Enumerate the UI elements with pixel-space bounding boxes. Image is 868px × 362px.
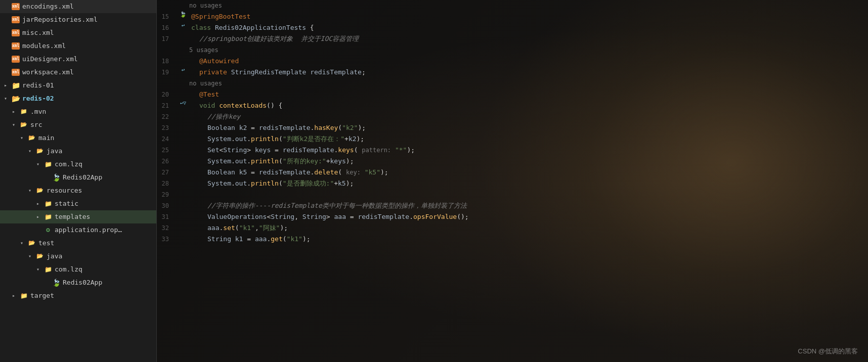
file-label: misc.xml <box>22 27 54 38</box>
folder-icon: 📂 <box>35 253 45 260</box>
five-usages-hint: 5 usages <box>157 44 868 56</box>
file-workspace[interactable]: xml workspace.xml <box>0 66 156 79</box>
line-number: 25 <box>157 145 177 156</box>
line-number: 19 <box>157 67 177 78</box>
code-line-33: 33 String k1 = aaa.get("k1"); <box>157 234 868 245</box>
file-redis02app[interactable]: 🍃 Redis02App <box>0 171 156 184</box>
folder-label: com.lzq <box>55 159 82 170</box>
arrow-static <box>36 198 44 209</box>
folder-icon: 📂 <box>35 148 45 155</box>
editor-scroll-area[interactable]: no usages 15 🍃 @SpringBootTest 16 ↩ clas… <box>157 0 868 362</box>
folder-redis-02[interactable]: 📂 redis-02 <box>0 92 156 105</box>
folder-icon: 📂 <box>27 240 36 247</box>
folder-java[interactable]: 📂 java <box>0 145 156 158</box>
folder-src[interactable]: 📂 src <box>0 118 156 131</box>
folder-label: java <box>47 146 62 157</box>
no-usages-hint: no usages <box>157 0 868 11</box>
folder-icon: 📁 <box>11 82 20 89</box>
file-misc[interactable]: xml misc.xml <box>0 26 156 39</box>
folder-target[interactable]: 📁 target <box>0 289 156 302</box>
file-ui-designer[interactable]: xml uiDesigner.xml <box>0 53 156 66</box>
line-number: 28 <box>157 178 177 189</box>
folder-icon: 📁 <box>19 108 28 115</box>
folder-resources[interactable]: 📂 resources <box>0 184 156 197</box>
line-code: @Test <box>189 89 864 100</box>
arrow-redis01 <box>4 80 11 91</box>
folder-icon: 📁 <box>44 213 53 220</box>
line-code: class Redis02ApplicationTests { <box>189 22 864 33</box>
line-code: private StringRedisTemplate redisTemplat… <box>189 67 864 78</box>
folder-templates[interactable]: 📁 templates <box>0 210 156 223</box>
file-modules[interactable]: xml modules.xml <box>0 39 156 53</box>
prop-icon: ⚙ <box>44 227 53 234</box>
gutter-multi: ↩▽ <box>177 100 189 106</box>
file-jar-repositories[interactable]: xml jarRepositories.xml <box>0 13 156 26</box>
line-number: 27 <box>157 167 177 178</box>
file-label: Redis02App <box>63 277 102 288</box>
line-number: 20 <box>157 89 177 100</box>
folder-redis-01[interactable]: 📁 redis-01 <box>0 79 156 92</box>
file-tree[interactable]: xml encodings.xml xml jarRepositories.xm… <box>0 0 157 362</box>
line-code: String k1 = aaa.get("k1"); <box>189 234 864 245</box>
code-line-20: 20 @Test <box>157 89 868 100</box>
line-code: System.out.println("判断k2是否存在："+k2); <box>189 133 864 145</box>
folder-static[interactable]: 📁 static <box>0 197 156 210</box>
spring-icon: 🍃 <box>52 279 61 286</box>
line-code: System.out.println("所有的key:"+keys); <box>189 156 864 167</box>
folder-main[interactable]: 📂 main <box>0 131 156 145</box>
arrow-java <box>28 146 35 157</box>
line-number: 18 <box>157 56 177 67</box>
folder-icon: 📁 <box>44 266 53 273</box>
xml-icon: xml <box>11 3 20 10</box>
code-line-28: 28 System.out.println("是否删除成功:"+k5); <box>157 178 868 189</box>
xml-icon: xml <box>11 29 20 36</box>
folder-label: src <box>30 119 42 130</box>
folder-icon: 📂 <box>11 95 20 102</box>
folder-icon: 📁 <box>44 161 53 168</box>
file-redis02app-test[interactable]: 🍃 Redis02App <box>0 276 156 289</box>
line-number: 29 <box>157 189 177 200</box>
arrow-main <box>20 132 27 144</box>
arrow-templates <box>36 211 44 222</box>
code-line-29: 29 <box>157 189 868 200</box>
line-code: aaa.set("k1","阿妹"); <box>189 222 864 234</box>
line-code: @Autowired <box>189 56 864 67</box>
line-code: ValueOperations<String, String> aaa = re… <box>189 211 864 222</box>
folder-test[interactable]: 📂 test <box>0 237 156 250</box>
code-line-25: 25 Set<String> keys = redisTemplate.keys… <box>157 145 868 156</box>
folder-test-com-lzq[interactable]: 📁 com.lzq <box>0 263 156 276</box>
file-label: modules.xml <box>22 40 66 52</box>
gutter-arrow: ↩ <box>177 22 189 29</box>
file-label: Redis02App <box>63 172 102 183</box>
folder-label: templates <box>55 211 90 222</box>
arrow-mvn <box>12 106 19 117</box>
gutter-arrow: ↩ <box>177 67 189 73</box>
line-code: //springboot创建好该类对象 并交于IOC容器管理 <box>189 33 864 44</box>
file-application-prop[interactable]: ⚙ application.prop… <box>0 223 156 237</box>
xml-icon: xml <box>11 42 20 50</box>
line-code: void contextLoads() { <box>189 100 864 111</box>
folder-com-lzq[interactable]: 📁 com.lzq <box>0 158 156 171</box>
file-encodings[interactable]: xml encodings.xml <box>0 0 156 13</box>
code-line-26: 26 System.out.println("所有的key:"+keys); <box>157 156 868 167</box>
folder-icon: 📂 <box>19 121 28 128</box>
folder-test-java[interactable]: 📂 java <box>0 250 156 263</box>
arrow-src <box>12 119 19 130</box>
folder-label: redis-02 <box>22 93 54 104</box>
code-line-21: 21 ↩▽ void contextLoads() { <box>157 100 868 111</box>
folder-label: target <box>30 290 54 301</box>
folder-mvn[interactable]: 📁 .mvn <box>0 105 156 118</box>
code-line-23: 23 Boolean k2 = redisTemplate.hasKey("k2… <box>157 122 868 133</box>
watermark: CSDN @低调的黑客 <box>798 347 858 356</box>
line-number: 30 <box>157 200 177 211</box>
gutter-leaf: 🍃 <box>177 11 189 18</box>
code-line-22: 22 //操作key <box>157 111 868 122</box>
folder-icon: 📂 <box>35 187 45 194</box>
arrow-test-java <box>28 251 35 262</box>
folder-label: static <box>55 198 78 209</box>
folder-icon: 📂 <box>27 134 36 142</box>
code-line-18: 18 @Autowired <box>157 56 868 67</box>
xml-icon: xml <box>11 69 20 76</box>
line-code: System.out.println("是否删除成功:"+k5); <box>189 178 864 189</box>
code-line-27: 27 Boolean k5 = redisTemplate.delete( ke… <box>157 167 868 178</box>
